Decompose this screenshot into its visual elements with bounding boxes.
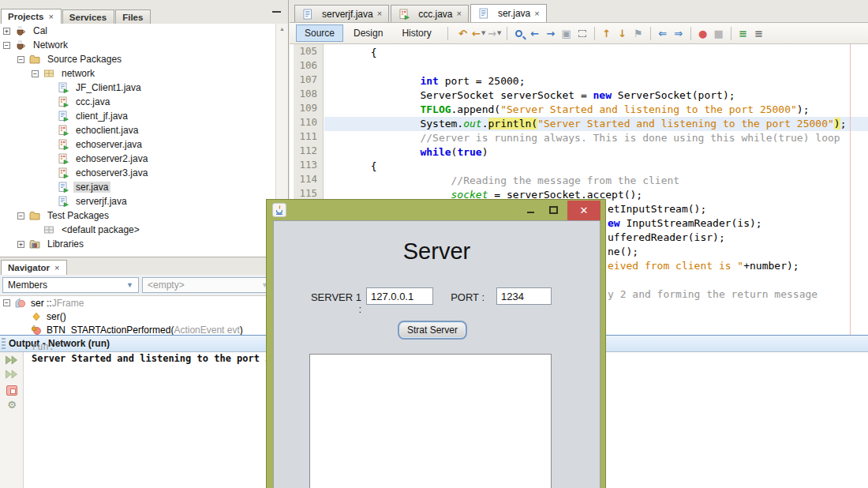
find-previous-occurrence-icon[interactable]: ← — [527, 25, 543, 41]
collapse-icon[interactable]: − — [17, 212, 24, 220]
rerun-with-changes-icon[interactable] — [3, 368, 21, 381]
editor-tab-ser-java[interactable]: ser.java× — [470, 4, 547, 22]
scroll-up-icon[interactable]: ▲ — [276, 24, 288, 35]
tree-item[interactable]: +Libraries — [0, 237, 288, 251]
members-filter-select[interactable]: Members ▼ — [2, 277, 139, 293]
collapse-panel-button[interactable] — [271, 8, 282, 16]
server-window-titlebar[interactable]: ✕ — [267, 200, 605, 220]
forward-icon[interactable]: →▼ — [487, 25, 503, 41]
tree-item[interactable]: JF_Client1.java — [0, 81, 288, 95]
tree-item[interactable]: −network — [0, 66, 288, 81]
back-icon[interactable]: ←▼ — [471, 25, 487, 41]
close-icon[interactable]: × — [456, 9, 461, 18]
start-server-button[interactable]: Strat Server — [398, 321, 467, 340]
tree-item[interactable]: ccc.java — [0, 95, 288, 109]
tree-item-label: echoserver.java — [73, 139, 144, 150]
find-next-occurrence-icon[interactable]: → — [543, 25, 559, 41]
tab-files[interactable]: Files — [115, 9, 151, 24]
source-packages-icon — [28, 210, 41, 221]
tree-item-label: <default package> — [59, 224, 142, 235]
navigator-member-item[interactable]: −ser :: JFrame — [0, 296, 288, 310]
previous-bookmark-icon[interactable]: ↑ — [599, 25, 615, 41]
minimize-button[interactable] — [524, 205, 537, 216]
editor-tab-ccc-java[interactable]: ccc.java× — [391, 5, 469, 22]
close-icon[interactable]: × — [377, 9, 382, 18]
tab-label: Files — [122, 13, 143, 22]
close-icon[interactable]: × — [54, 264, 59, 272]
tab-projects[interactable]: Projects× — [1, 9, 62, 24]
collapse-icon[interactable]: − — [32, 70, 39, 77]
server-log-textarea[interactable] — [309, 354, 552, 488]
tab-navigator[interactable]: Navigator × — [1, 260, 67, 275]
editor-toolbar: SourceDesignHistory ↶←▼→▼←→▣↑↓⚑⇐⇒●■≡≡ — [290, 23, 868, 44]
close-button[interactable]: ✕ — [567, 201, 600, 220]
uncomment-lines-icon[interactable]: ≡ — [751, 25, 767, 41]
stop-build-icon[interactable] — [3, 384, 21, 396]
tree-item[interactable]: echoserver3.java — [0, 166, 288, 180]
view-button-source[interactable]: Source — [296, 24, 343, 42]
output-console[interactable]: run:Server Started and listening to the … — [32, 341, 294, 365]
code-line: //Reading the message from the client — [327, 174, 846, 188]
form-class-icon — [14, 298, 27, 309]
tree-item[interactable]: <default package> — [0, 223, 288, 237]
port-label: PORT : — [445, 291, 485, 303]
last-edit-position-icon[interactable]: ↶ — [455, 25, 471, 41]
toggle-bookmark-icon[interactable]: ⚑ — [630, 25, 646, 41]
line-number: 105 — [294, 44, 323, 58]
tree-item[interactable]: client_jf.java — [0, 109, 288, 123]
tree-item[interactable]: −Network — [0, 38, 288, 52]
tree-item[interactable]: +Cal — [0, 24, 288, 38]
code-line — [327, 60, 846, 74]
editor-tab-serverjf-java[interactable]: serverjf.java× — [294, 5, 389, 22]
expand-icon[interactable]: + — [17, 241, 24, 248]
port-field[interactable] — [496, 287, 552, 305]
tree-item-label: echoserver2.java — [73, 153, 150, 164]
tree-item[interactable]: echoclient.java — [0, 123, 288, 137]
start-macro-recording-icon[interactable]: ● — [695, 25, 711, 41]
dashed-rect-shape — [578, 30, 586, 37]
members-filter-value: Members — [8, 280, 47, 291]
collapse-icon[interactable]: − — [3, 42, 10, 49]
tree-item[interactable]: echoserver.java — [0, 137, 288, 152]
member-name: ser() — [47, 311, 66, 322]
view-button-design[interactable]: Design — [345, 24, 391, 42]
ant-settings-icon[interactable]: ⚙ — [3, 398, 21, 411]
find-selection-icon[interactable] — [511, 25, 527, 41]
maximize-button[interactable] — [547, 205, 559, 216]
output-line: Server Started and listening to the port… — [32, 353, 294, 365]
secondary-filter-select[interactable]: <empty> ▼ — [142, 277, 274, 293]
toggle-highlight-search-icon[interactable]: ▣ — [559, 25, 574, 41]
close-icon[interactable]: × — [534, 9, 539, 18]
navigator-member-item[interactable]: ser() — [0, 310, 288, 323]
grip-icon — [2, 338, 6, 349]
rectangular-selection-icon[interactable] — [574, 25, 590, 41]
code-line: ServerSocket serverSocket = new ServerSo… — [327, 88, 846, 103]
tree-item[interactable]: −Source Packages — [0, 52, 288, 66]
tree-item[interactable]: echoserver2.java — [0, 152, 288, 166]
view-button-history[interactable]: History — [393, 24, 440, 42]
tab-services[interactable]: Services — [62, 9, 114, 24]
collapse-icon[interactable]: − — [3, 299, 10, 306]
expand-icon[interactable]: + — [3, 28, 10, 35]
server-ip-field[interactable] — [366, 287, 433, 305]
member-signature: ActionEvent evt — [174, 325, 239, 336]
tree-item-label: ser.java — [73, 182, 110, 193]
left-panel: Projects×ServicesFiles +Cal−Network−Sour… — [0, 0, 289, 335]
tree-item[interactable]: ser.java — [0, 180, 288, 194]
line-number: 114 — [294, 172, 323, 186]
tree-item[interactable]: −Test Packages — [0, 208, 288, 223]
netbeans-ide-window: Projects×ServicesFiles +Cal−Network−Sour… — [0, 0, 868, 488]
tree-item[interactable]: serverjf.java — [0, 194, 288, 208]
shift-line-left-icon[interactable]: ⇐ — [655, 25, 671, 41]
line-number: 110 — [294, 115, 323, 130]
stop-shape — [6, 385, 17, 396]
collapse-icon[interactable]: − — [17, 56, 24, 63]
rerun-icon[interactable] — [3, 354, 21, 366]
shift-line-right-icon[interactable]: ⇒ — [671, 25, 687, 41]
close-icon[interactable]: × — [48, 13, 53, 21]
next-bookmark-icon[interactable]: ↓ — [615, 25, 630, 41]
stop-macro-recording-icon[interactable]: ■ — [711, 25, 727, 41]
server1-label: SERVER 1 : — [308, 291, 361, 315]
navigator-member-item[interactable]: BTN_STARTActionPerformed(ActionEvent evt… — [0, 323, 288, 336]
comment-lines-icon[interactable]: ≡ — [735, 25, 751, 41]
